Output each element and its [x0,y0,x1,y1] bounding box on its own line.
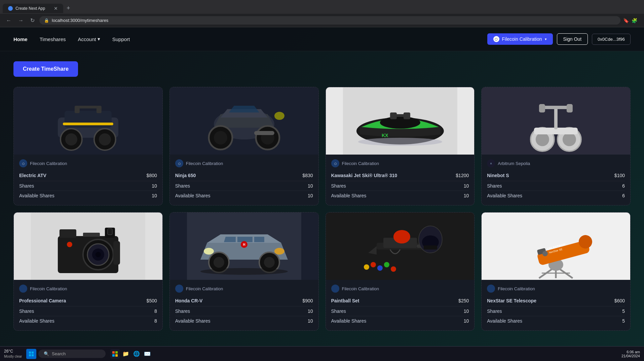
card-network-1: ⬡ Filecoin Calibration [175,159,313,167]
shares-value-3: 6 [622,183,625,189]
taskbar-app-icon-1[interactable] [110,349,120,359]
card-network-7: Filecoin Calibration [487,285,625,293]
card-price-5: $900 [302,298,313,303]
svg-rect-52 [83,233,100,237]
timeshare-card-0[interactable]: ⬡ Filecoin Calibration Electric ATV $800… [13,87,163,205]
shares-value-2: 10 [464,183,469,189]
available-label-2: Available Shares [331,193,367,198]
browser-address-bar: ← → ↻ 🔒 localhost:3000/mytimeshares 🔖 🧩 [0,14,644,27]
shares-label-1: Shares [175,183,190,189]
shares-value-0: 10 [152,183,157,189]
network-icon-5 [175,285,183,293]
available-label-7: Available Shares [487,318,522,324]
card-available-row-2: Available Shares 10 [331,191,469,200]
shares-label-3: Shares [487,183,502,189]
network-label-6: Filecoin Calibration [342,286,379,291]
network-label-2: Filecoin Calibration [342,161,379,166]
svg-point-20 [274,112,285,120]
shares-value-6: 10 [464,308,469,314]
network-selector-button[interactable]: ⬡ Filecoin Calibration ▾ [487,33,553,45]
card-price-2: $1200 [456,173,469,178]
card-title-row-0: Electric ATV $800 [19,171,157,181]
timeshare-card-4[interactable]: Filecoin Calibration Professional Camera… [13,212,163,331]
card-title-row-7: NexStar SE Telescope $600 [487,297,625,306]
svg-point-16 [214,131,227,144]
tab-close-button[interactable]: ✕ [54,6,58,11]
available-value-5: 10 [308,318,313,324]
timeshare-card-6[interactable]: Filecoin Calibration Paintball Set $250 … [326,212,475,331]
card-image-1 [170,87,318,155]
refresh-button[interactable]: ↻ [28,16,37,25]
card-body-1: ⬡ Filecoin Calibration Ninja 650 $830 Sh… [170,155,318,205]
network-chevron-icon: ▾ [545,37,547,41]
start-button[interactable] [26,349,36,359]
card-image-0 [14,87,162,155]
svg-point-64 [274,248,285,255]
nav-support[interactable]: Support [112,36,130,42]
card-shares-row-0: Shares 10 [19,181,157,191]
card-network-2: ⬡ Filecoin Calibration [331,159,469,167]
extensions-icon[interactable]: 🧩 [632,18,637,23]
network-icon-7 [487,285,495,293]
card-network-6: Filecoin Calibration [331,285,469,293]
tab-title: Create Next App [15,6,45,11]
svg-rect-101 [115,351,118,354]
svg-point-82 [333,286,338,291]
signout-button[interactable]: Sign Out [557,33,588,45]
new-tab-button[interactable]: + [63,3,74,14]
shares-label-2: Shares [331,183,346,189]
shares-label-7: Shares [487,308,502,314]
nav-account[interactable]: Account ▾ [78,36,100,42]
svg-text:A: A [490,162,492,165]
timeshare-card-2[interactable]: KX ⬡ Filecoin Calibration Kawasaki Jet S… [326,87,475,205]
card-image-3 [482,87,630,155]
card-title-row-4: Professional Camera $500 [19,297,157,306]
card-price-4: $500 [147,298,157,303]
svg-point-30 [358,138,442,146]
card-body-3: A Arbitrum Sepolia Ninebot S $100 Shares… [482,155,630,205]
timeshare-card-1[interactable]: ⬡ Filecoin Calibration Ninja 650 $830 Sh… [169,87,319,205]
forward-button[interactable]: → [16,16,26,25]
nav-home[interactable]: Home [13,36,28,42]
svg-rect-96 [29,352,31,354]
card-available-row-6: Available Shares 10 [331,316,469,326]
svg-text:KX: KX [381,133,388,138]
svg-rect-3 [63,123,113,125]
network-icon-3: A [487,159,495,167]
card-name-0: Electric ATV [19,173,46,178]
timeshare-card-5[interactable]: H Filecoin Calibration Honda CR-V $900 [169,212,319,331]
url-bar[interactable]: 🔒 localhost:3000/mytimeshares [39,16,620,25]
available-value-0: 10 [152,193,157,198]
taskbar-app-icon-3[interactable]: 🌐 [132,349,141,359]
timeshare-card-3[interactable]: A Arbitrum Sepolia Ninebot S $100 Shares… [481,87,631,205]
account-chevron-icon: ▾ [98,36,100,42]
svg-point-92 [542,251,548,256]
taskbar-search-bar[interactable]: 🔍 Search [38,350,106,358]
svg-rect-39 [554,107,558,129]
browser-tab-active[interactable]: Create Next App ✕ [3,4,63,13]
back-button[interactable]: ← [4,16,13,25]
nav-timeshares[interactable]: Timeshares [40,36,66,42]
card-shares-row-1: Shares 10 [175,181,313,191]
network-label-4: Filecoin Calibration [30,286,67,291]
svg-rect-10 [97,106,102,113]
timeshare-card-7[interactable]: CELESTRON NexStar SE Filecoin Calibratio… [481,212,631,331]
svg-rect-19 [254,131,274,135]
card-available-row-0: Available Shares 10 [19,191,157,200]
card-price-0: $800 [147,173,157,178]
create-timeshare-button[interactable]: Create TimeShare [13,61,78,77]
taskbar-app-icon-2[interactable]: 📁 [121,349,130,359]
shares-label-4: Shares [19,308,34,314]
svg-point-63 [204,248,214,255]
svg-point-81 [390,266,396,272]
taskbar-app-icon-4[interactable]: ✉️ [143,349,152,359]
svg-rect-40 [542,106,569,109]
card-name-5: Honda CR-V [175,298,203,303]
card-price-1: $830 [302,173,313,178]
svg-point-73 [393,230,410,243]
card-body-4: Filecoin Calibration Professional Camera… [14,280,162,330]
card-network-4: Filecoin Calibration [19,285,157,293]
timeshares-grid: ⬡ Filecoin Calibration Electric ATV $800… [13,87,631,331]
available-label-4: Available Shares [19,318,54,324]
bookmark-icon[interactable]: 🔖 [623,18,629,23]
